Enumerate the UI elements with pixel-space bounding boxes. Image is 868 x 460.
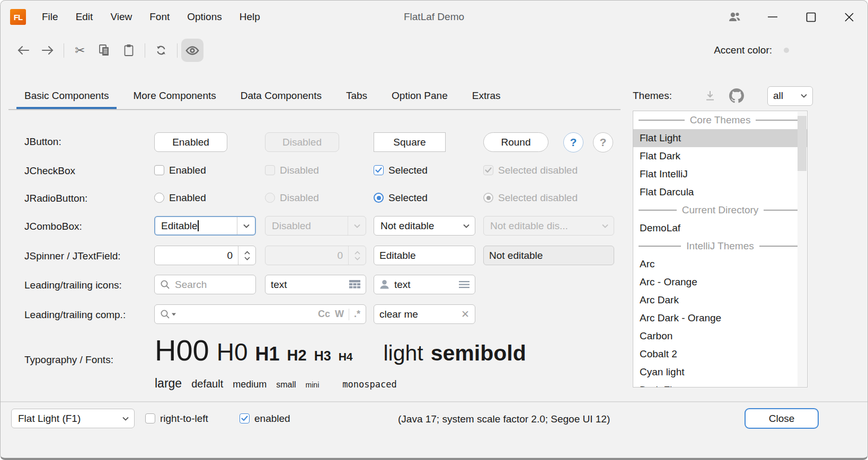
theme-item-demolaf[interactable]: DemoLaf [633,219,807,237]
checkbox-icon[interactable] [145,413,155,423]
h0-sample: H0 [217,338,248,366]
menu-view[interactable]: View [110,11,132,23]
theme-item-arc-orange[interactable]: Arc - Orange [633,273,807,291]
tab-basic-components[interactable]: Basic Components [16,83,117,109]
menu-edit[interactable]: Edit [76,11,93,23]
menu-font[interactable]: Font [149,11,170,23]
back-icon[interactable] [11,39,36,62]
spinner-enabled[interactable]: 0 [154,246,256,265]
themes-separator: IntelliJ Themes [633,237,807,255]
whole-word-icon[interactable]: W [335,309,344,320]
close-dialog-button[interactable]: Close [745,408,819,429]
status-info: (Java 17; system scale factor 2.0; Segoe… [398,402,610,437]
accent-swatch-default[interactable] [784,48,789,53]
menu-help[interactable]: Help [240,11,260,23]
help-button-blue[interactable]: ? [563,132,583,152]
cut-icon[interactable]: ✂ [68,39,92,62]
menu-list-icon[interactable] [459,281,470,288]
maximize-button-icon[interactable] [804,10,818,24]
checkbox-icon[interactable] [154,165,164,175]
search-icon [160,279,170,290]
tab-more-components[interactable]: More Components [125,83,224,109]
accent-swatch-green[interactable] [854,48,859,53]
theme-item-flat-darcula[interactable]: Flat Darcula [633,183,807,201]
dropdown-arrow-icon[interactable] [172,313,176,316]
checkbox-enabled[interactable]: Enabled [154,160,206,180]
enabled-checkbox[interactable]: enabled [240,409,290,428]
menu-file[interactable]: File [42,11,58,23]
enabled-button[interactable]: Enabled [154,132,227,152]
forward-icon[interactable] [36,39,60,62]
accent-color-bar: Accent color: [714,38,859,63]
checkbox-checked-icon[interactable] [374,165,384,175]
round-button[interactable]: Round [483,132,548,152]
tab-tabs[interactable]: Tabs [338,83,375,109]
radio-selected-icon[interactable] [374,193,384,203]
match-case-icon[interactable]: Cc [318,309,330,320]
h1-sample: H1 [255,343,280,365]
refresh-icon[interactable] [149,39,173,62]
radio-selected[interactable]: Selected [374,188,428,208]
accent-swatch-purple[interactable] [807,48,812,53]
jcheckbox-row-label: JCheckBox [24,165,75,177]
users-icon[interactable] [728,10,741,24]
tab-option-pane[interactable]: Option Pane [384,83,456,109]
checkbox-selected[interactable]: Selected [374,160,428,180]
checkbox-disabled: Disabled [265,160,319,180]
right-to-left-checkbox[interactable]: right-to-left [145,409,208,428]
radio-enabled[interactable]: Enabled [154,188,206,208]
theme-item-arc-dark[interactable]: Arc Dark [633,291,807,309]
combobox-not-editable[interactable]: Not editable [374,216,475,236]
help-button-gray[interactable]: ? [593,132,613,152]
minimize-button-icon[interactable] [766,10,780,24]
accent-swatch-blue[interactable] [795,48,801,53]
menu-options[interactable]: Options [187,11,222,23]
clearable-field[interactable]: clear me ✕ [374,304,475,324]
theme-item-cyan-light[interactable]: Cyan light [633,363,807,381]
theme-item-arc[interactable]: Arc [633,255,807,273]
theme-item-flat-light[interactable]: Flat Light [633,129,807,147]
radio-selected-disabled: Selected disabled [483,188,578,208]
square-button[interactable]: Square [374,132,446,152]
show-hint-eye-icon[interactable] [181,39,203,62]
theme-item-dark-flat[interactable]: Dark Flat [633,381,807,387]
search-field-with-options[interactable]: Cc W .* [154,304,366,324]
text-field-person-menu[interactable]: text [374,275,475,294]
accent-swatch-orange[interactable] [830,48,836,53]
theme-item-carbon[interactable]: Carbon [633,327,807,345]
themes-filter-combobox[interactable]: all [767,86,813,106]
combobox-editable[interactable]: Editable [154,216,256,236]
search-icon[interactable] [160,309,170,319]
tab-extras[interactable]: Extras [464,83,509,109]
regex-icon[interactable]: .* [354,309,360,320]
close-button-icon[interactable] [842,10,856,24]
accent-swatch-red[interactable] [819,48,824,53]
scrollbar-thumb[interactable] [798,116,807,171]
copy-icon[interactable] [92,39,117,62]
spinner-up-icon[interactable] [244,251,250,255]
theme-item-flat-dark[interactable]: Flat Dark [633,147,807,165]
leading-comps-row-label: Leading/trailing comp.: [24,309,126,321]
github-icon[interactable] [729,88,744,103]
combobox-disabled: Disabled [265,216,366,236]
download-theme-icon[interactable] [704,90,716,102]
search-field[interactable]: Search [154,275,256,294]
tab-data-components[interactable]: Data Components [233,83,330,109]
checkbox-checked-icon[interactable] [240,413,250,423]
app-window: FL File Edit View Font Options Help Flat… [0,0,868,460]
textfield-editable[interactable]: Editable [374,246,475,265]
radio-icon[interactable] [154,193,164,203]
search-placeholder: Search [175,279,207,291]
table-icon[interactable] [349,280,360,289]
accent-swatch-yellow[interactable] [842,48,847,53]
clear-icon[interactable]: ✕ [461,308,470,320]
paste-icon[interactable] [117,39,141,62]
themes-scrollbar[interactable] [798,112,807,386]
text-field-trailing-table[interactable]: text [265,275,366,294]
spinner-down-icon[interactable] [244,257,250,260]
theme-item-flat-intellij[interactable]: Flat IntelliJ [633,165,807,183]
theme-item-cobalt-2[interactable]: Cobalt 2 [633,345,807,363]
theme-item-arc-dark-orange[interactable]: Arc Dark - Orange [633,309,807,327]
spinner-disabled: 0 [265,246,366,265]
lookandfeel-combobox[interactable]: Flat Light (F1) [11,409,135,428]
